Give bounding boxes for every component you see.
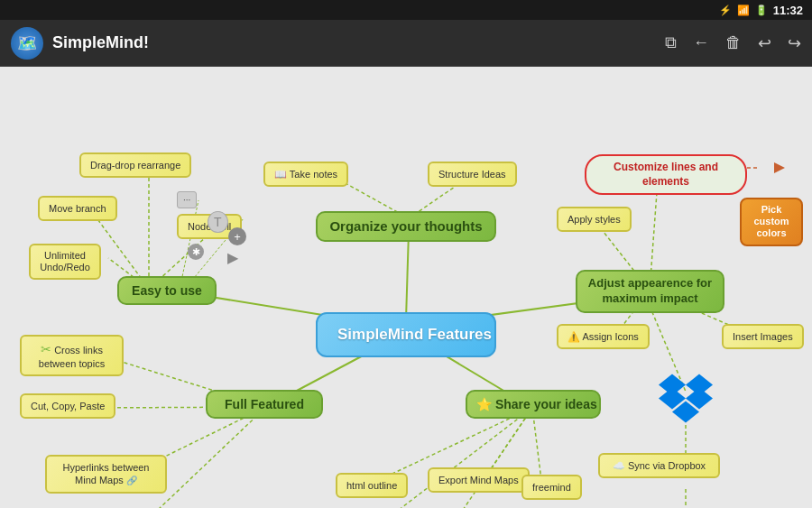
cross-links-node[interactable]: ✂ Cross links between topics — [20, 335, 124, 376]
sync-dropbox-node[interactable]: ☁️ Sync via Dropbox — [598, 453, 720, 478]
organize-thoughts-node[interactable]: Organize your thoughts — [316, 211, 496, 242]
html-outline-node[interactable]: html outline — [336, 473, 408, 498]
assign-icons-node[interactable]: ⚠️ Assign Icons — [557, 324, 650, 349]
usb-icon: ⚡ — [719, 5, 732, 16]
svg-line-1 — [406, 231, 409, 319]
redo-icon[interactable]: ↪ — [788, 33, 801, 53]
delete-icon[interactable]: 🗑 — [725, 33, 742, 52]
svg-line-26 — [442, 408, 532, 508]
svg-line-25 — [391, 408, 532, 508]
easy-to-use-node[interactable]: Easy to use — [117, 276, 217, 305]
undo-redo-node[interactable]: Unlimited Undo/Redo — [29, 244, 101, 280]
asterisk-icon: ✱ — [188, 244, 204, 260]
nav-bar: 🗺️ SimpleMind! ⧉ ← 🗑 ↩ ↪ — [0, 20, 812, 67]
add-button[interactable]: + — [228, 227, 246, 245]
structure-ideas-node[interactable]: Structure Ideas — [428, 162, 517, 187]
time-display: 11:32 — [773, 4, 803, 17]
center-node[interactable]: SimpleMind Features — [316, 312, 496, 357]
export-mind-maps-node[interactable]: Export Mind Maps — [428, 467, 530, 493]
app-logo: 🗺️ — [11, 27, 43, 60]
back-icon[interactable]: ← — [693, 33, 709, 52]
wifi-icon: 🔋 — [755, 5, 768, 16]
insert-images-node[interactable]: Insert Images — [722, 324, 804, 349]
cut-copy-paste-node[interactable]: Cut, Copy, Paste — [20, 393, 115, 419]
pick-colors-node[interactable]: Pick custom colors — [740, 198, 803, 246]
cross-icon: ✂ — [41, 342, 51, 356]
customize-lines-node[interactable]: Customize lines and elements — [585, 154, 747, 195]
undo-icon[interactable]: ↩ — [758, 33, 771, 53]
status-bar: ⚡ 📶 🔋 11:32 — [0, 0, 812, 20]
freemind-node[interactable]: freemind — [521, 475, 582, 500]
apply-styles-node[interactable]: Apply styles — [557, 207, 632, 232]
small-dot-2: T — [208, 211, 228, 233]
app-title: SimpleMind! — [52, 33, 665, 52]
dropbox-icon — [659, 374, 713, 423]
adjust-appearance-node[interactable]: Adjust appearence for maximum impact — [576, 270, 724, 313]
hyperlinks-node[interactable]: Hyperlinks between Mind Maps 🔗 — [45, 455, 167, 494]
take-notes-node[interactable]: 📖 Take notes — [263, 162, 348, 187]
svg-marker-18 — [774, 162, 785, 173]
full-featured-node[interactable]: Full Featured — [206, 390, 323, 419]
move-branch-node[interactable]: Move branch — [38, 196, 117, 221]
drag-drop-node[interactable]: Drag-drop rearrange — [79, 152, 191, 178]
signal-icon: 📶 — [737, 5, 750, 16]
triangle-icon: ▶ — [227, 249, 238, 266]
small-dot-1: ··· — [177, 191, 197, 208]
mind-map-canvas: SimpleMind Features Easy to use Drag-dro… — [0, 67, 812, 508]
share-ideas-node[interactable]: ⭐ Share your ideas — [466, 390, 601, 419]
copy-icon[interactable]: ⧉ — [665, 33, 677, 52]
nav-actions: ⧉ ← 🗑 ↩ ↪ — [665, 33, 801, 53]
